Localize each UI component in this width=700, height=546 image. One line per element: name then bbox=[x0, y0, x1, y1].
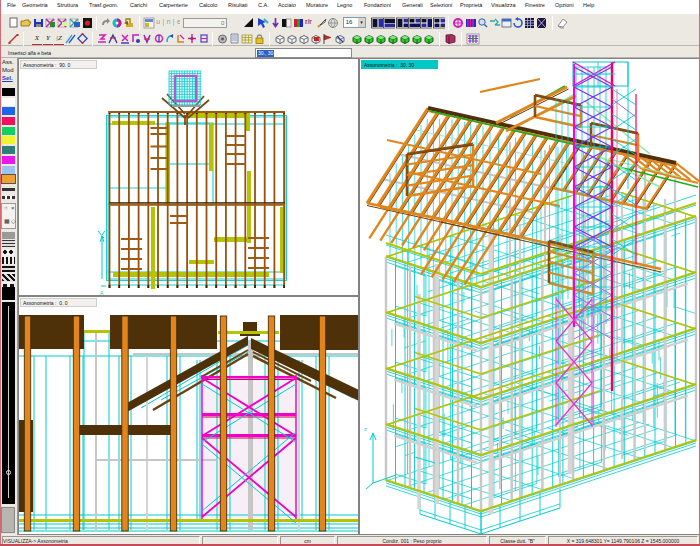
svg-text:z: z bbox=[364, 426, 367, 432]
svg-text:A: A bbox=[100, 290, 104, 295]
